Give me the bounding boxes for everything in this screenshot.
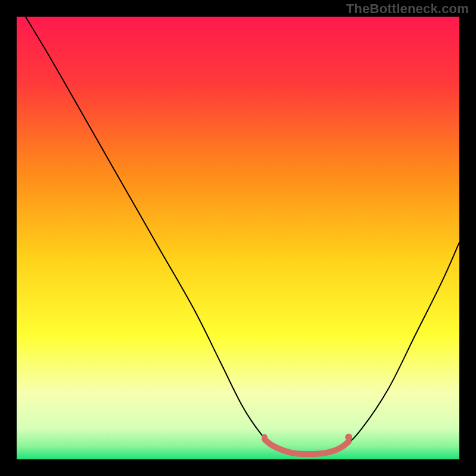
watermark-text: TheBottleneck.com <box>346 1 469 17</box>
chart-container: TheBottleneck.com <box>0 0 476 476</box>
plot-area <box>17 17 459 459</box>
marker-right <box>345 434 352 441</box>
marker-left <box>262 434 268 440</box>
gradient-background <box>17 17 459 459</box>
chart-svg <box>17 17 459 459</box>
